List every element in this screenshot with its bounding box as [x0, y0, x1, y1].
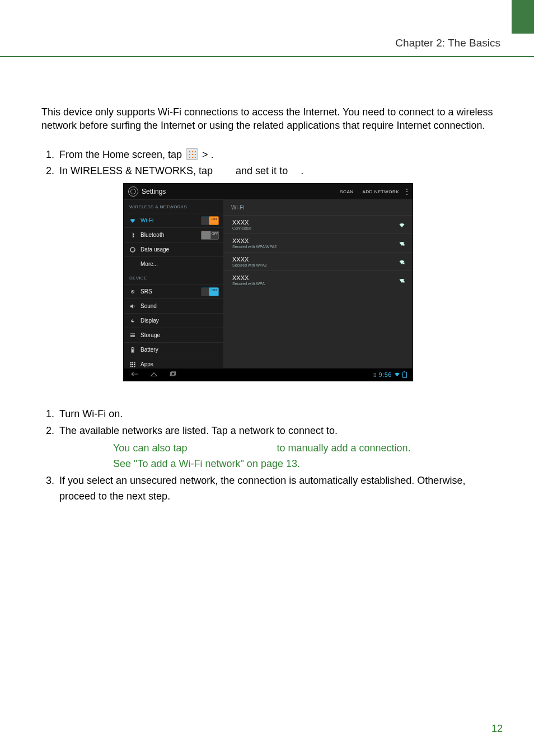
network-row-3[interactable]: XXXX Secured with WPA	[223, 270, 413, 289]
step-2-post: .	[301, 165, 303, 176]
gear-icon	[128, 186, 138, 197]
sidebar-srs-label: SRS	[140, 288, 201, 295]
turn-on-steps: From the Home screen, tap > . In WIRELES…	[41, 147, 495, 180]
network-row-1[interactable]: XXXX Secured with WPA/WPA2	[223, 234, 413, 252]
clock-text: 9:56	[379, 371, 392, 378]
sidebar-item-battery[interactable]: Battery	[124, 342, 223, 357]
sidebar-wifi-label: Wi-Fi	[140, 217, 201, 223]
note-line-2: See "To add a Wi-Fi network" on page 13.	[113, 457, 495, 470]
sidebar-item-storage[interactable]: Storage	[124, 328, 223, 342]
wifi-signal-lock-icon	[398, 259, 406, 264]
srs-toggle[interactable]	[201, 287, 219, 296]
intro-paragraph: This device only supports Wi-Fi connecti…	[41, 105, 495, 133]
android-settings-screenshot: Settings SCAN ADD NETWORK ⋮ WIRELESS & N…	[124, 184, 413, 381]
wifi-status-icon	[394, 371, 400, 379]
note-line-1: You can also tap to manually add a conne…	[113, 441, 495, 455]
sidebar-sound-label: Sound	[140, 303, 219, 309]
step-1: From the Home screen, tap > .	[57, 147, 495, 163]
bluetooth-toggle[interactable]	[201, 231, 219, 240]
scan-button[interactable]: SCAN	[335, 189, 358, 194]
status-area: ▯ 9:56	[373, 371, 407, 379]
sidebar-item-sound[interactable]: Sound	[124, 298, 223, 313]
battery-status-icon	[402, 372, 407, 378]
svg-rect-13	[403, 281, 405, 283]
connect-step-2-text: The available networks are listed. Tap a…	[59, 425, 338, 436]
net0-name: XXXX	[232, 219, 398, 226]
net3-name: XXXX	[232, 274, 398, 281]
sidebar-item-display[interactable]: Display	[124, 313, 223, 328]
srs-icon	[129, 288, 136, 295]
wifi-icon	[129, 217, 136, 224]
sidebar-storage-label: Storage	[140, 332, 219, 338]
wifi-signal-lock-icon	[398, 240, 406, 246]
sidebar-item-wifi[interactable]: Wi-Fi	[124, 213, 223, 227]
svg-rect-10	[130, 362, 135, 367]
svg-point-2	[132, 291, 133, 292]
svg-rect-4	[130, 333, 135, 334]
sidebar-item-srs[interactable]: SRS	[124, 284, 223, 298]
section-device: DEVICE	[124, 271, 223, 284]
net0-sub: Connected	[232, 226, 398, 230]
display-icon	[129, 318, 136, 324]
sound-icon	[129, 303, 136, 310]
system-nav-bar: ▯ 9:56	[124, 368, 413, 381]
sidebar-item-apps[interactable]: Apps	[124, 357, 223, 368]
connect-step-1: Turn Wi-Fi on.	[57, 407, 495, 422]
net2-name: XXXX	[232, 256, 398, 263]
svg-rect-12	[403, 263, 405, 264]
sidebar-item-data-usage[interactable]: Data usage	[124, 242, 223, 256]
network-row-0[interactable]: XXXX Connected	[223, 215, 413, 234]
battery-icon	[129, 347, 136, 353]
sidebar-item-more[interactable]: More...	[124, 256, 223, 271]
sidebar-data-label: Data usage	[140, 246, 219, 253]
page-number: 12	[491, 723, 503, 735]
step-1-post: > .	[202, 149, 214, 160]
wifi-signal-icon	[398, 222, 406, 227]
sidebar-display-label: Display	[140, 318, 219, 324]
wifi-signal-lock-icon	[398, 277, 406, 283]
sidebar-more-label: More...	[140, 261, 219, 267]
step-2-pre: In WIRELESS & NETWORKS, tap	[59, 165, 216, 176]
wifi-panel-header: Wi-Fi	[223, 200, 413, 215]
sd-card-icon: ▯	[373, 372, 377, 377]
net3-sub: Secured with WPA	[232, 282, 398, 286]
add-network-button[interactable]: ADD NETWORK	[358, 189, 404, 194]
window-title: Settings	[142, 188, 166, 195]
settings-sidebar: WIRELESS & NETWORKS Wi-Fi Bluetooth	[124, 200, 223, 368]
note-1b: to manually add a connection.	[277, 442, 410, 454]
connect-step-2: The available networks are listed. Tap a…	[57, 423, 495, 470]
apps-grid-icon	[186, 148, 198, 160]
sidebar-item-bluetooth[interactable]: Bluetooth	[124, 227, 223, 242]
wifi-panel: Wi-Fi XXXX Connected XXXX Secured with W…	[223, 200, 413, 368]
step-2-mid: and set it to	[236, 165, 291, 176]
sidebar-bt-label: Bluetooth	[140, 232, 201, 238]
svg-rect-11	[403, 244, 405, 246]
storage-icon	[129, 332, 136, 339]
step-1-pre: From the Home screen, tap	[59, 149, 185, 160]
sidebar-battery-label: Battery	[140, 347, 219, 353]
section-wireless-networks: WIRELESS & NETWORKS	[124, 200, 223, 213]
data-usage-icon	[129, 246, 136, 253]
connect-steps: Turn Wi-Fi on. The available networks ar…	[41, 407, 495, 504]
net1-name: XXXX	[232, 237, 398, 244]
svg-rect-5	[130, 335, 135, 336]
blank-icon	[129, 261, 136, 268]
net1-sub: Secured with WPA/WPA2	[232, 245, 398, 249]
sidebar-apps-label: Apps	[140, 361, 219, 367]
bluetooth-icon	[129, 232, 136, 239]
titlebar: Settings SCAN ADD NETWORK ⋮	[124, 184, 413, 200]
overflow-menu-icon[interactable]: ⋮	[404, 188, 413, 195]
page-tab-accent	[512, 0, 534, 34]
net2-sub: Secured with WPA2	[232, 263, 398, 267]
back-icon[interactable]	[129, 371, 140, 379]
recent-apps-icon[interactable]	[167, 371, 179, 379]
step-2: In WIRELESS & NETWORKS, tap and set it t…	[57, 164, 495, 179]
chapter-title: Chapter 2: The Basics	[395, 37, 500, 49]
wifi-toggle[interactable]	[201, 216, 219, 225]
connect-step-3: If you select an unsecured network, the …	[57, 473, 495, 505]
apps-icon	[129, 361, 136, 368]
note-1a: You can also tap	[113, 442, 190, 454]
svg-rect-8	[132, 347, 133, 348]
network-row-2[interactable]: XXXX Secured with WPA2	[223, 252, 413, 270]
home-icon[interactable]	[148, 371, 160, 379]
